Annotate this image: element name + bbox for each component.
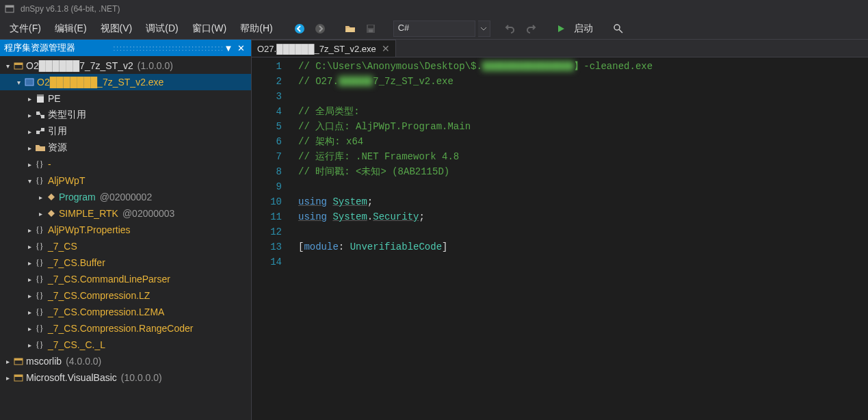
- code-line[interactable]: using System.Security;: [298, 209, 868, 224]
- svg-rect-33: [14, 375, 23, 377]
- panel-dropdown-icon[interactable]: ▼: [222, 42, 235, 54]
- tree-chevron-icon[interactable]: ▸: [25, 111, 34, 119]
- tree-row[interactable]: ▾{}AljPWpT: [0, 172, 251, 189]
- tree-row[interactable]: ▸{}_7_CS: [0, 238, 251, 254]
- code-line[interactable]: [298, 179, 868, 194]
- tree-chevron-icon[interactable]: ▸: [25, 325, 34, 332]
- tree-chevron-icon[interactable]: ▾: [25, 177, 34, 185]
- code-line[interactable]: [298, 89, 868, 104]
- code-body[interactable]: // C:\Users\Anonymous\Desktop\$.████████…: [293, 57, 868, 420]
- search-button[interactable]: [609, 20, 627, 38]
- tree-label: SIMPLE_RTK: [59, 208, 118, 219]
- namespace-icon: {}: [34, 306, 47, 317]
- code-line[interactable]: [298, 224, 868, 239]
- folder-icon: [34, 142, 47, 153]
- save-button[interactable]: [362, 20, 380, 38]
- language-select[interactable]: C#: [393, 21, 475, 37]
- tree-row[interactable]: ▾O2███████_7z_ST_v2.exe: [0, 74, 251, 90]
- tree-chevron-icon[interactable]: ▸: [36, 194, 45, 201]
- tree-chevron-icon[interactable]: ▸: [25, 259, 34, 267]
- tree-row[interactable]: ▸PE: [0, 90, 251, 107]
- tree-row[interactable]: ▸mscorlib(4.0.0.0): [0, 353, 251, 369]
- code-line[interactable]: // 全局类型:: [298, 104, 868, 119]
- tree-chevron-icon[interactable]: ▾: [14, 79, 23, 86]
- tree-chevron-icon[interactable]: ▾: [3, 62, 12, 70]
- code-line[interactable]: [298, 254, 868, 270]
- tree-row[interactable]: ▸{}_7_CS.Buffer: [0, 254, 251, 271]
- menubar: 文件(F) 编辑(E) 视图(V) 调试(D) 窗口(W) 帮助(H) C# 启…: [0, 18, 868, 40]
- class-icon: [45, 208, 57, 219]
- namespace-icon: {}: [34, 274, 47, 285]
- panel-close-icon[interactable]: ✕: [235, 42, 247, 54]
- tree-chevron-icon[interactable]: ▸: [25, 309, 34, 316]
- tree-chevron-icon[interactable]: ▸: [36, 210, 45, 218]
- app-title: dnSpy v6.1.8 (64-bit, .NET): [21, 4, 120, 14]
- tree-chevron-icon[interactable]: ▸: [3, 358, 12, 365]
- svg-rect-5: [368, 25, 373, 28]
- tree-row[interactable]: ▸{}_7_CS.Compression.RangeCoder: [0, 320, 251, 337]
- menu-view[interactable]: 视图(V): [94, 20, 140, 38]
- menu-edit[interactable]: 编辑(E): [48, 20, 94, 38]
- editor-tab[interactable]: O27.██████_7z_ST_v2.exe ✕: [252, 40, 396, 57]
- tree-row[interactable]: ▸Microsoft.VisualBasic(10.0.0.0): [0, 369, 251, 386]
- tree-label: O2███████_7z_ST_v2.exe: [37, 77, 163, 88]
- tree-suffix: (1.0.0.0): [137, 60, 173, 71]
- code-line[interactable]: using System;: [298, 194, 868, 209]
- tree-chevron-icon[interactable]: ▸: [25, 243, 34, 250]
- namespace-icon: {}: [34, 257, 47, 268]
- assembly-icon: [12, 372, 25, 383]
- line-number: 1: [252, 59, 282, 74]
- tree-row[interactable]: ▸SIMPLE_RTK@02000003: [0, 205, 251, 222]
- svg-rect-15: [36, 111, 40, 115]
- start-button[interactable]: [552, 20, 570, 38]
- menu-debug[interactable]: 调试(D): [139, 20, 185, 38]
- redo-button[interactable]: [522, 20, 540, 38]
- code-line[interactable]: [module: UnverifiableCode]: [298, 239, 868, 254]
- language-dropdown-chevron[interactable]: [478, 21, 490, 37]
- code-line[interactable]: // 架构: x64: [298, 134, 868, 149]
- tree-row[interactable]: ▸{}_7_CS._C._L: [0, 337, 251, 353]
- tree-chevron-icon[interactable]: ▸: [3, 374, 12, 382]
- tree-row[interactable]: ▸类型引用: [0, 107, 251, 123]
- code-editor[interactable]: 1234567891011121314 // C:\Users\Anonymou…: [252, 57, 868, 420]
- tree-row[interactable]: ▸{}_7_CS.Compression.LZ: [0, 287, 251, 304]
- app-icon: [4, 3, 15, 14]
- code-line[interactable]: // 入口点: AljPWpT.Program.Main: [298, 119, 868, 134]
- nav-back-button[interactable]: [291, 20, 308, 38]
- tree-chevron-icon[interactable]: ▸: [25, 341, 34, 349]
- tree-chevron-icon[interactable]: ▸: [25, 292, 34, 300]
- code-line[interactable]: // C:\Users\Anonymous\Desktop\$.████████…: [298, 59, 868, 74]
- tree-chevron-icon[interactable]: ▸: [25, 161, 34, 168]
- tab-close-icon[interactable]: ✕: [382, 43, 390, 54]
- tree-row[interactable]: ▸Program@02000002: [0, 189, 251, 205]
- tree-row[interactable]: ▸{}AljPWpT.Properties: [0, 222, 251, 238]
- launch-label[interactable]: 启动: [574, 23, 593, 35]
- line-number: 10: [252, 194, 282, 209]
- tree-label: _7_CS.CommandLineParser: [48, 274, 170, 285]
- tree-chevron-icon[interactable]: ▸: [25, 226, 34, 234]
- tree-row[interactable]: ▸{}-: [0, 156, 251, 172]
- tree-chevron-icon[interactable]: ▸: [25, 144, 34, 152]
- menu-help[interactable]: 帮助(H): [233, 20, 279, 38]
- code-line[interactable]: // 时间戳: <未知> (8AB2115D): [298, 164, 868, 179]
- tree-row[interactable]: ▸资源: [0, 140, 251, 156]
- code-line[interactable]: // O27.██████7_7z_ST_v2.exe: [298, 74, 868, 89]
- undo-button[interactable]: [501, 20, 519, 38]
- open-button[interactable]: [341, 20, 359, 38]
- tree-row[interactable]: ▸{}_7_CS.CommandLineParser: [0, 271, 251, 287]
- tree-row[interactable]: ▸引用: [0, 123, 251, 140]
- svg-line-8: [619, 29, 622, 33]
- tree-row[interactable]: ▾O2██████7_7z_ST_v2(1.0.0.0): [0, 57, 251, 74]
- svg-text:{}: {}: [36, 159, 44, 169]
- tree-chevron-icon[interactable]: ▸: [25, 128, 34, 135]
- svg-point-2: [295, 24, 304, 34]
- menu-file[interactable]: 文件(F): [3, 20, 48, 38]
- menu-window[interactable]: 窗口(W): [185, 20, 234, 38]
- nav-forward-button[interactable]: [311, 20, 329, 38]
- code-line[interactable]: // 运行库: .NET Framework 4.8: [298, 149, 868, 164]
- tree-label: 引用: [48, 125, 67, 137]
- assembly-tree[interactable]: ▾O2██████7_7z_ST_v2(1.0.0.0)▾O2███████_7…: [0, 56, 251, 420]
- tree-row[interactable]: ▸{}_7_CS.Compression.LZMA: [0, 304, 251, 320]
- tree-chevron-icon[interactable]: ▸: [25, 276, 34, 283]
- tree-chevron-icon[interactable]: ▸: [25, 95, 34, 103]
